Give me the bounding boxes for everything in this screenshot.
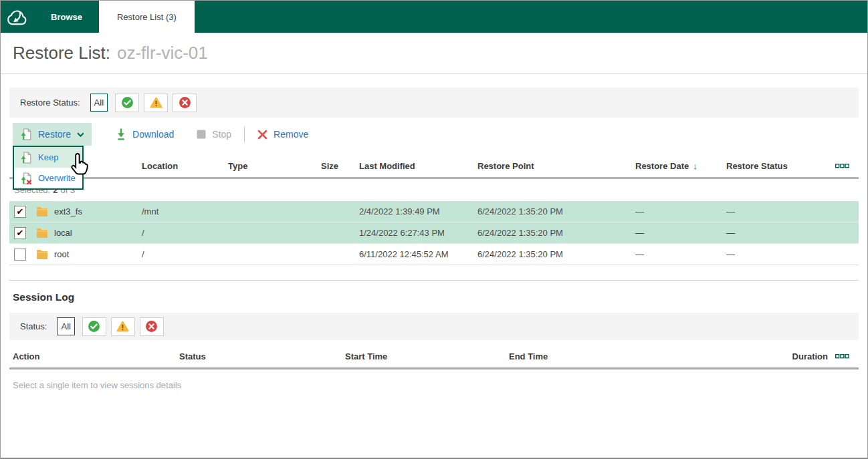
download-icon [116,128,126,140]
error-circle-icon [145,320,158,333]
row-name: local [54,228,72,238]
row-last-modified: 6/11/2022 12:45:52 AM [359,249,477,259]
tab-browse-label: Browse [51,12,82,22]
toolbar-separator [244,126,245,142]
header-duration[interactable]: Duration [771,351,828,361]
session-status-all-button[interactable]: All [57,317,74,335]
check-circle-icon [121,96,134,109]
download-button-label: Download [132,129,174,140]
row-restore-status: — [726,228,828,238]
error-circle-icon [179,96,191,109]
menu-item-keep-label: Keep [38,152,58,162]
folder-icon [36,228,48,238]
restore-status-filter-bar: Restore Status: All [9,88,859,118]
session-status-filter-bar: Status: All [9,313,859,340]
warning-triangle-icon [150,97,162,108]
remove-icon [257,130,267,140]
restore-button-label: Restore [38,129,71,140]
header-restore-point[interactable]: Restore Point [477,161,635,171]
row-checkbox[interactable]: ✔ [14,206,26,218]
tab-restore-list[interactable]: Restore List (3) [99,1,195,33]
warning-triangle-icon [116,321,129,332]
sort-desc-icon: ↓ [693,161,697,171]
header-size[interactable]: Size [295,161,338,171]
session-log-title: Session Log [13,291,859,303]
restore-status-warning-filter-button[interactable] [144,94,168,112]
selected-summary: Selected: 2 of 3 [9,179,859,201]
chevron-down-icon [77,132,84,137]
session-status-all-label: All [61,321,70,331]
column-chooser-icon [835,164,849,168]
table-row[interactable]: ✔ local / 1/24/2022 6:27:43 PM 6/24/2022… [9,222,859,244]
header-restore-status[interactable]: Restore Status [726,161,828,171]
column-chooser-button[interactable] [828,164,859,168]
download-button[interactable]: Download [116,128,174,140]
header-location[interactable]: Location [142,161,228,171]
app-logo [1,1,34,33]
row-checkbox[interactable]: ✔ [14,227,26,239]
row-last-modified: 1/24/2022 6:27:43 PM [359,228,477,238]
header-last-modified[interactable]: Last Modified [359,161,477,171]
page-title-machine-name: oz-flr-vic-01 [117,43,208,63]
row-checkbox[interactable] [14,249,26,261]
file-table-body: ✔ ext3_fs /mnt 2/4/2022 1:39:49 PM 6/24/… [9,201,859,265]
session-status-label: Status: [20,321,47,331]
app-window: Browse Restore List (3) Restore List: oz… [0,0,868,459]
restore-status-error-filter-button[interactable] [173,94,197,112]
session-status-warning-filter-button[interactable] [111,317,135,336]
check-circle-icon [88,320,100,333]
restore-keep-icon [21,152,32,164]
folder-icon [36,206,48,216]
header-start-time[interactable]: Start Time [345,351,509,361]
stop-button[interactable]: Stop [197,129,231,140]
file-table-header: Location Type Size Last Modified Restore… [9,155,859,179]
stop-button-label: Stop [212,129,231,140]
row-restore-date: — [635,206,726,216]
session-status-success-filter-button[interactable] [82,317,106,336]
restore-keep-icon [21,128,32,140]
header-restore-date-label: Restore Date [635,161,689,171]
table-row[interactable]: ✔ ext3_fs /mnt 2/4/2022 1:39:49 PM 6/24/… [9,201,859,222]
session-table-header: Action Status Start Time End Time Durati… [9,345,859,369]
top-bar: Browse Restore List (3) [1,1,867,33]
restore-status-all-button[interactable]: All [90,94,108,112]
row-restore-point: 6/24/2022 1:35:20 PM [477,228,635,238]
mouse-cursor-hand [69,152,92,178]
session-column-chooser-button[interactable] [828,354,859,359]
header-action[interactable]: Action [9,351,179,361]
row-restore-status: — [726,249,828,259]
restore-button[interactable]: Restore [13,123,92,146]
header-restore-date[interactable]: Restore Date↓ [635,161,726,171]
page-title-prefix: Restore List: [13,43,110,63]
session-log-empty-message: Select a single item to view sessions de… [9,380,859,390]
header-status[interactable]: Status [179,351,345,361]
row-restore-date: — [635,249,726,259]
row-restore-point: 6/24/2022 1:35:20 PM [477,206,635,216]
page-title: Restore List: oz-flr-vic-01 [1,33,867,74]
remove-button[interactable]: Remove [257,129,308,140]
restore-dropdown-menu: Keep Overwrite [13,146,84,190]
toolbar: Restore Download Stop [9,123,859,146]
cloud-restore-icon [5,6,30,27]
row-restore-point: 6/24/2022 1:35:20 PM [477,249,635,259]
row-location: / [142,228,228,238]
row-name: root [54,249,69,259]
tab-browse[interactable]: Browse [34,1,99,33]
row-name: ext3_fs [54,206,82,216]
header-type[interactable]: Type [228,161,295,171]
session-status-error-filter-button[interactable] [140,317,164,336]
restore-status-success-filter-button[interactable] [115,94,139,112]
remove-button-label: Remove [274,129,308,140]
restore-status-all-label: All [94,98,104,108]
stop-icon [197,130,206,139]
folder-icon [36,249,48,259]
table-row[interactable]: root / 6/11/2022 12:45:52 AM 6/24/2022 1… [9,244,859,265]
row-restore-date: — [635,228,726,238]
column-chooser-icon [835,354,849,359]
section-divider [9,280,859,281]
header-end-time[interactable]: End Time [509,351,771,361]
restore-overwrite-icon [21,172,32,184]
row-location: /mnt [142,206,228,216]
tab-restore-list-label: Restore List (3) [117,12,177,22]
row-location: / [142,249,228,259]
